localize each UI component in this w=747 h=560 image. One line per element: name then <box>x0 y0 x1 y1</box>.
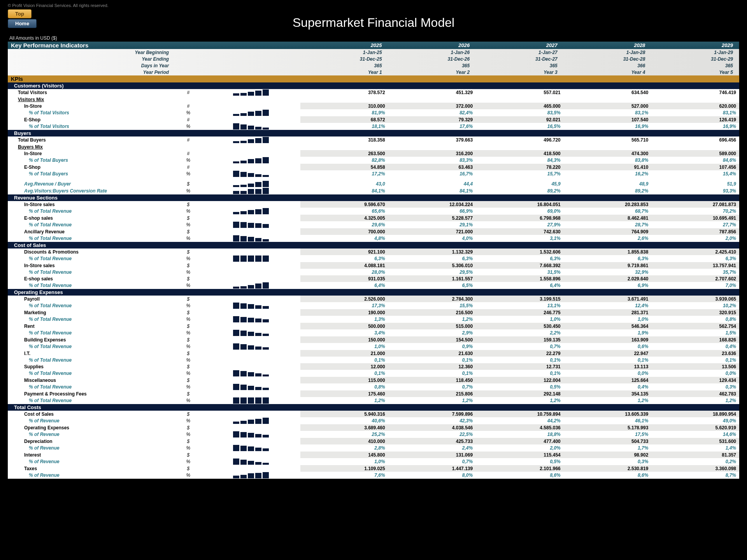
sparkline <box>203 472 300 479</box>
sparkline <box>203 136 300 144</box>
unit: $ <box>174 296 203 302</box>
row-label: Miscellaneous <box>8 377 174 383</box>
row-label: In-Store <box>8 150 174 157</box>
row-label: Discounts & Promotions <box>8 248 174 255</box>
cell-value: 9.719.861 <box>564 262 652 269</box>
cell-value: 0,1% <box>388 370 476 377</box>
meta-value: 1-Jan-29 <box>651 49 739 56</box>
meta-value: Year 3 <box>476 69 564 75</box>
row-label: In-Store <box>8 103 174 109</box>
page-title: Supermarket Financial Model <box>8 16 739 30</box>
cell-value: 175.460 <box>300 390 388 397</box>
unit: % <box>174 357 203 363</box>
cell-value: 1.532.606 <box>476 248 564 255</box>
kpis-bar: KPIs <box>8 75 739 82</box>
cell-value: 0,1% <box>300 357 388 363</box>
row-label: Total Visitors <box>8 89 174 96</box>
cell-value: 546.364 <box>564 323 652 329</box>
cell-value: 465.000 <box>476 103 564 109</box>
sparkline <box>203 180 300 187</box>
sparkline <box>203 201 300 208</box>
cell-value: 91.410 <box>564 164 652 170</box>
sparkline <box>203 357 300 363</box>
cell-value: 15,4% <box>651 170 739 177</box>
cell-value: 150.000 <box>300 336 388 343</box>
meta-label: Year Ending <box>8 56 174 62</box>
cell-value: 527.000 <box>564 103 652 109</box>
sparkline <box>203 248 300 255</box>
sparkline <box>203 103 300 109</box>
cell-value: 5.178.993 <box>564 424 652 431</box>
cell-value: 107.540 <box>564 116 652 123</box>
cell-value: 69,0% <box>476 208 564 215</box>
cell-value: 310.000 <box>300 103 388 109</box>
cell-value: 379.663 <box>388 136 476 144</box>
row-label: % of Total Revenue <box>8 316 174 323</box>
cell-value: 742.630 <box>476 228 564 235</box>
meta-value: Year 2 <box>388 69 476 75</box>
cell-value: 6,4% <box>476 282 564 289</box>
row-label: % of Total Buyers <box>8 157 174 164</box>
cell-value: 562.754 <box>651 323 739 329</box>
cell-value: 1,4% <box>651 444 739 452</box>
cell-value: 263.500 <box>300 150 388 157</box>
cell-value: 35,7% <box>651 269 739 275</box>
cell-value: 6,3% <box>476 255 564 262</box>
unit: % <box>174 123 203 130</box>
cell-value: 8,7% <box>651 472 739 479</box>
row-label: % of Revenue <box>8 417 174 424</box>
cell-value: 66,9% <box>388 208 476 215</box>
row-label: % of Total Revenue <box>8 282 174 289</box>
year-header: 2029 <box>651 42 739 49</box>
sparkline <box>203 397 300 404</box>
row-label: % of Total Revenue <box>8 370 174 377</box>
row-label: % of Total Visitors <box>8 109 174 116</box>
cell-value: 122.004 <box>476 377 564 383</box>
cell-value: 21.000 <box>300 350 388 357</box>
row-label: % of Total Revenue <box>8 208 174 215</box>
unit: % <box>174 187 203 194</box>
cell-value: 425.733 <box>388 438 476 444</box>
cell-value: 746.419 <box>651 89 739 96</box>
unit: # <box>174 136 203 144</box>
unit: % <box>174 472 203 479</box>
cell-value: 2.425.410 <box>651 248 739 255</box>
cell-value: 1,2% <box>388 316 476 323</box>
row-label: Avg.Revenue / Buyer <box>8 180 174 187</box>
row-label: Marketing <box>8 309 174 316</box>
cell-value: 16,2% <box>564 170 652 177</box>
meta-value: 31-Dec-29 <box>651 56 739 62</box>
cell-value: 43,0 <box>300 180 388 187</box>
sparkline <box>203 350 300 357</box>
cell-value: 0,0% <box>564 370 652 377</box>
cell-value: 68,7% <box>564 208 652 215</box>
row-label: % of Revenue <box>8 472 174 479</box>
sparkline <box>203 438 300 444</box>
cell-value: 418.500 <box>476 150 564 157</box>
sparkline <box>203 123 300 130</box>
cell-value: 6.798.968 <box>476 215 564 221</box>
cell-value: 0,8% <box>300 383 388 390</box>
cell-value: 15,7% <box>476 170 564 177</box>
cell-value: 18.890.954 <box>651 411 739 417</box>
cell-value: 81,9% <box>300 109 388 116</box>
cell-value: 3.199.515 <box>476 296 564 302</box>
cell-value: 84,1% <box>388 187 476 194</box>
sparkline <box>203 309 300 316</box>
cell-value: 1.161.557 <box>388 275 476 282</box>
sparkline <box>203 109 300 116</box>
unit: $ <box>174 248 203 255</box>
cell-value: 7,6% <box>300 472 388 479</box>
home-button[interactable]: Home <box>8 19 37 28</box>
cell-value: 83,1% <box>651 109 739 116</box>
cell-value: 13.506 <box>651 363 739 370</box>
cell-value: 0,8% <box>651 316 739 323</box>
cell-value: 2,0% <box>651 235 739 242</box>
section-header: Operating Expenses <box>8 289 739 296</box>
cell-value: 118.450 <box>388 377 476 383</box>
row-label: Interest <box>8 452 174 458</box>
cell-value: 4.088.181 <box>300 262 388 269</box>
top-button[interactable]: Top <box>8 9 32 18</box>
subsection: Visitors Mix <box>8 96 174 103</box>
meta-value: 365 <box>476 62 564 69</box>
